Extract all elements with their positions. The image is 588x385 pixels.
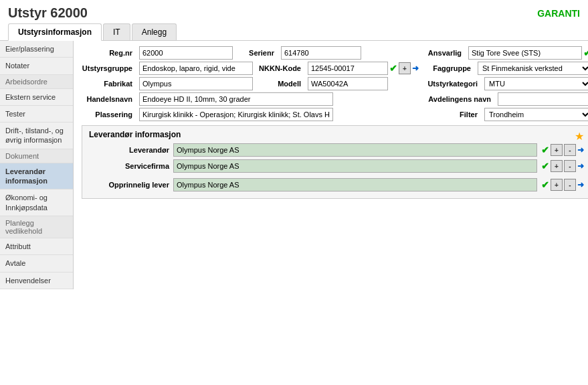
leverandor-input[interactable] [173,143,537,157]
servicefirma-label: Servicefirma [89,162,169,170]
reg-nr-label: Reg.nr [82,49,135,57]
tab-anlegg[interactable]: Anlegg [132,23,177,40]
servicefirma-icons: ✔ + - ➜ [541,160,584,172]
leverandor-plus-btn[interactable]: + [551,144,563,156]
modell-input[interactable] [308,77,388,90]
supplier-section-title: Leverandør informasjon [89,130,584,139]
utstyrkategori-label: Utstyrkategori [427,80,480,88]
reg-nr-input[interactable] [139,46,233,60]
filter-label: Filter [447,110,480,119]
servicefirma-arrow-icon[interactable]: ➜ [577,161,584,171]
nkkn-check-icon[interactable]: ✔ [389,63,397,74]
tabs-bar: Utstyrsinformasjon IT Anlegg [0,23,588,41]
avdelingens-navn-label: Avdelingens navn [427,95,494,103]
sidebar-item-arbeidsordre[interactable]: Arbeidsordre [0,75,73,89]
tab-utstyrsinformasjon[interactable]: Utstyrsinformasjon [8,23,102,41]
nkkn-label: NKKN-Kode [257,64,304,72]
ansvarlig-label: Ansvarlig [417,49,464,57]
garanti-label: GARANTI [537,8,580,19]
supplier-section: Leverandør informasjon ★ Leverandør ✔ + … [82,125,588,199]
plassering-label: Plassering [82,110,135,119]
ansvarlig-input[interactable] [468,46,582,60]
utstyrsgruppe-input[interactable] [139,62,253,75]
sidebar-item-attributt[interactable]: Attributt [0,238,73,255]
servicefirma-plus-btn[interactable]: + [551,160,563,172]
servicefirma-check-icon[interactable]: ✔ [541,161,549,171]
sidebar-item-tester[interactable]: Tester [0,106,73,123]
filter-select[interactable]: Trondheim [484,108,588,121]
sidebar-item-notater[interactable]: Notater [0,58,73,74]
page: Utstyr 62000 GARANTI Utstyrsinformasjon … [0,0,588,385]
avdelingens-navn-input[interactable] [498,92,588,106]
servicefirma-minus-btn[interactable]: - [564,160,576,172]
sidebar-item-avtale[interactable]: Avtale [0,255,73,272]
modell-label: Modell [257,80,304,88]
opprinnelig-label: Opprinnelig lever [89,181,169,189]
content-area: Reg.nr Serienr Ansvarlig ✔ Utstyrsgruppe… [74,41,588,289]
serienr-label: Serienr [237,49,277,57]
main-layout: Eier/plassering Notater Arbeidsordre Eks… [0,41,588,289]
leverandor-label: Leverandør [89,146,169,154]
sidebar-item-drift[interactable]: Drift-, tilstand-, og øvrig informasjon [0,123,73,149]
opprinnelig-check-icon[interactable]: ✔ [541,179,549,190]
sidebar: Eier/plassering Notater Arbeidsordre Eks… [0,41,74,289]
serienr-input[interactable] [281,46,361,60]
plassering-input[interactable] [139,108,333,121]
leverandor-check-icon[interactable]: ✔ [541,145,549,155]
nkkn-plus-btn[interactable]: + [399,62,411,74]
handelsnavn-label: Handelsnavn [82,95,135,103]
tab-it[interactable]: IT [103,23,130,40]
leverandor-icons: ✔ + - ➜ [541,144,584,156]
leverandor-minus-btn[interactable]: - [564,144,576,156]
servicefirma-row: Servicefirma ✔ + - ➜ [89,159,584,173]
sidebar-item-okonomi[interactable]: Økonomi- og Innkjøpsdata [0,189,73,216]
fabrikat-label: Fabrikat [82,80,135,88]
sidebar-item-planlegg[interactable]: Planlegg vedlikehold [0,216,73,238]
fabrikat-input[interactable] [139,77,253,90]
opprinnelig-input[interactable] [173,178,537,191]
sidebar-item-eier-plassering[interactable]: Eier/plassering [0,41,73,58]
nkkn-input[interactable] [308,62,388,75]
servicefirma-input[interactable] [173,159,537,173]
nkkn-arrow-icon[interactable]: ➜ [412,64,419,73]
faggruppe-select[interactable]: St Finmekanisk verksted [478,62,588,75]
sidebar-item-henvendelser[interactable]: Henvendelser [0,273,73,289]
faggruppe-label: Faggruppe [427,64,474,72]
handelsnavn-input[interactable] [139,92,333,106]
utstyrsgruppe-label: Utstyrsgruppe [82,64,135,72]
utstyrkategori-select[interactable]: MTU [484,77,588,90]
opprinnelig-plus-btn[interactable]: + [551,179,563,191]
ansvarlig-check-icon[interactable]: ✔ [583,48,588,58]
sidebar-item-ekstern-service[interactable]: Ekstern service [0,89,73,106]
opprinnelig-minus-btn[interactable]: - [564,179,576,191]
opprinnelig-arrow-icon[interactable]: ➜ [577,180,584,189]
opprinnelig-icons: ✔ + - ➜ [541,179,584,191]
sidebar-item-leverandor[interactable]: Leverandør informasjon [0,163,73,190]
opprinnelig-row: Opprinnelig lever ✔ + - ➜ [89,178,584,191]
page-title: Utstyr 62000 [8,5,88,21]
sidebar-item-dokument[interactable]: Dokument [0,149,73,163]
leverandor-arrow-icon[interactable]: ➜ [577,145,584,155]
star-icon[interactable]: ★ [575,130,584,143]
leverandor-row: Leverandør ✔ + - ➜ [89,143,584,157]
page-header: Utstyr 62000 GARANTI [0,0,588,23]
